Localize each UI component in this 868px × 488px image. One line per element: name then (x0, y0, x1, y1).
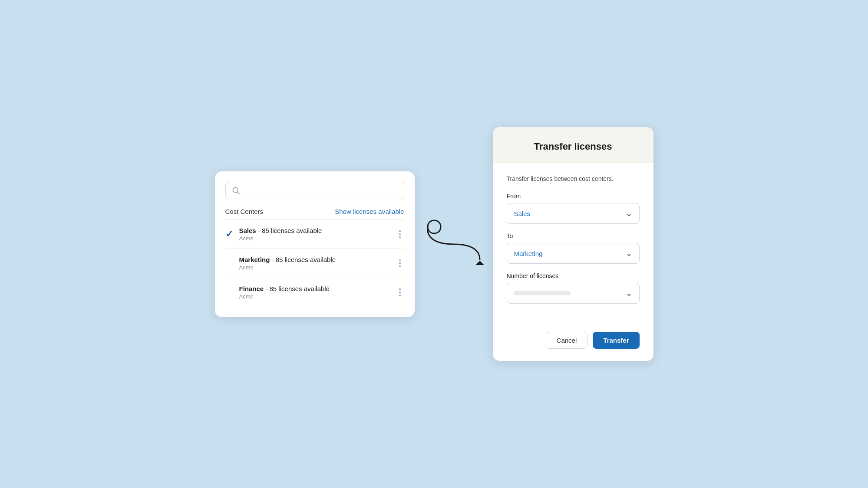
dot (399, 295, 401, 296)
dot (399, 233, 401, 235)
search-icon (232, 187, 240, 194)
from-select[interactable]: Sales ⌄ (507, 203, 640, 224)
arrow-svg (419, 218, 488, 270)
item-info: Sales - 85 licenses available Acme (239, 227, 396, 242)
list-item: ✓ Sales - 85 licenses available Acme (225, 220, 404, 249)
transfer-dialog: Transfer licenses Transfer licenses betw… (493, 127, 653, 361)
dot (399, 230, 401, 232)
from-value: Sales (514, 210, 531, 217)
list-item: Finance - 85 licenses available Acme (225, 278, 404, 307)
item-menu-button[interactable] (396, 229, 404, 240)
list-header: Cost Centers Show licenses available (225, 208, 404, 220)
arrow-connector (415, 218, 493, 270)
chevron-down-icon: ⌄ (626, 209, 632, 218)
dot (399, 288, 401, 290)
dot (399, 291, 401, 293)
checkmark-wrap: ✓ (225, 229, 239, 240)
to-group: To Marketing ⌄ (507, 233, 640, 264)
transfer-body: Transfer licenses between cost centers. … (493, 163, 653, 323)
check-icon: ✓ (225, 229, 233, 240)
dot (399, 262, 401, 264)
item-menu-button[interactable] (396, 258, 404, 269)
item-sub: Acme (239, 264, 396, 271)
item-info: Marketing - 85 licenses available Acme (239, 256, 396, 271)
list-item: Marketing - 85 licenses available Acme (225, 249, 404, 278)
svg-marker-2 (475, 261, 484, 265)
show-licenses-button[interactable]: Show licenses available (335, 208, 404, 215)
chevron-down-icon: ⌄ (626, 288, 632, 298)
cost-centers-title: Cost Centers (225, 208, 264, 215)
transfer-footer: Cancel Transfer (493, 323, 653, 361)
to-value: Marketing (514, 250, 543, 257)
cost-centers-panel: Cost Centers Show licenses available ✓ S… (215, 171, 415, 317)
dot (399, 265, 401, 267)
search-bar (225, 182, 404, 199)
transfer-description: Transfer licenses between cost centers. (507, 175, 640, 182)
search-input[interactable] (244, 187, 398, 194)
number-licenses-select[interactable]: ⌄ (507, 283, 640, 304)
item-sub: Acme (239, 235, 396, 242)
to-select[interactable]: Marketing ⌄ (507, 243, 640, 264)
number-licenses-placeholder (514, 291, 571, 295)
item-name: Finance - 85 licenses available (239, 285, 396, 292)
dot (399, 236, 401, 238)
item-name: Sales - 85 licenses available (239, 227, 396, 234)
item-info: Finance - 85 licenses available Acme (239, 285, 396, 300)
item-menu-button[interactable] (396, 287, 404, 298)
transfer-title: Transfer licenses (507, 141, 640, 152)
number-licenses-group: Number of licenses ⌄ (507, 272, 640, 304)
from-label: From (507, 193, 640, 200)
item-sub: Acme (239, 293, 396, 300)
chevron-down-icon: ⌄ (626, 249, 632, 258)
transfer-button[interactable]: Transfer (593, 332, 639, 349)
to-label: To (507, 233, 640, 239)
transfer-header: Transfer licenses (493, 127, 653, 163)
cancel-button[interactable]: Cancel (546, 332, 588, 349)
dot (399, 259, 401, 261)
from-group: From Sales ⌄ (507, 193, 640, 224)
svg-line-1 (237, 192, 239, 194)
number-licenses-label: Number of licenses (507, 272, 640, 279)
item-name: Marketing - 85 licenses available (239, 256, 396, 263)
